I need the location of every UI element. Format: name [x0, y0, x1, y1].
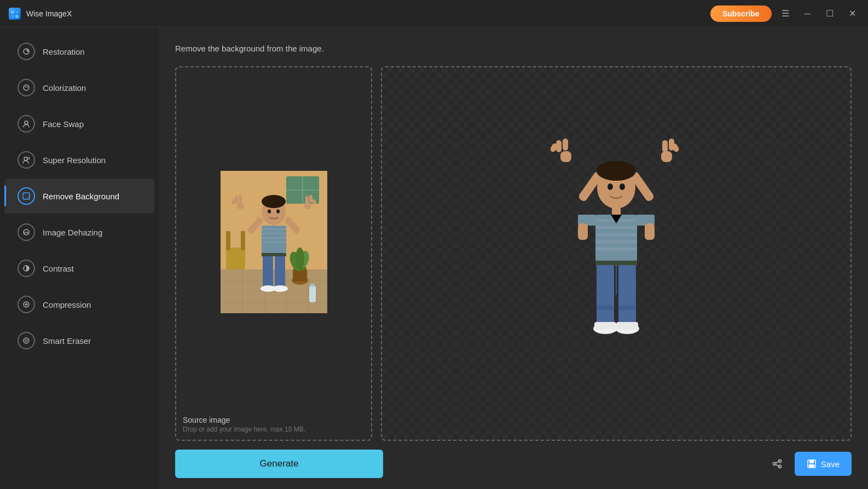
subscribe-button[interactable]: Subscribe	[710, 5, 772, 22]
svg-point-75	[597, 161, 636, 181]
svg-point-100	[778, 465, 781, 468]
sidebar-item-image-dehazing[interactable]: Image Dehazing	[4, 215, 154, 250]
svg-point-99	[778, 460, 781, 463]
super-resolution-label: Super Resolution	[43, 156, 106, 165]
source-panel[interactable]: Source image Drop or add your image here…	[175, 66, 372, 441]
svg-point-8	[27, 157, 30, 159]
content-area: Remove the background from the image.	[159, 27, 868, 489]
svg-rect-98	[616, 322, 638, 330]
svg-rect-60	[275, 255, 285, 287]
svg-point-48	[276, 210, 280, 214]
sidebar-item-remove-background[interactable]: Remove Background	[4, 179, 154, 214]
sidebar-item-compression[interactable]: Compression	[4, 287, 154, 322]
svg-point-7	[24, 157, 27, 160]
maximize-button[interactable]: ☐	[823, 7, 837, 20]
svg-rect-44	[262, 241, 286, 243]
svg-point-76	[607, 183, 613, 190]
window-controls: ☰ ─ ☐ ✕	[778, 7, 859, 20]
svg-rect-1	[15, 10, 19, 14]
svg-rect-84	[595, 248, 637, 250]
sidebar-item-face-swap[interactable]: Face Swap	[4, 106, 154, 141]
svg-rect-39	[310, 284, 315, 287]
share-button[interactable]	[766, 453, 788, 475]
sidebar-item-super-resolution[interactable]: Super Resolution	[4, 142, 154, 177]
contrast-icon	[18, 260, 35, 277]
page-description: Remove the background from the image.	[175, 44, 852, 53]
image-dehazing-icon	[18, 223, 35, 241]
svg-rect-65	[560, 151, 571, 162]
svg-rect-90	[597, 265, 614, 325]
svg-rect-87	[578, 223, 588, 240]
svg-rect-30	[226, 231, 230, 250]
svg-point-63	[273, 285, 288, 292]
svg-rect-42	[262, 233, 286, 234]
sidebar: Restoration Colorization Face Swap	[0, 27, 159, 489]
share-icon	[771, 458, 783, 470]
svg-rect-2	[11, 15, 14, 18]
minimize-button[interactable]: ─	[801, 7, 814, 20]
super-resolution-icon	[18, 151, 35, 169]
source-label: Source image Drop or add your image here…	[183, 416, 305, 433]
result-panel	[381, 66, 852, 441]
titlebar-left: Wise ImageX	[9, 8, 72, 20]
svg-rect-83	[595, 240, 637, 243]
svg-rect-31	[241, 231, 245, 250]
generate-button[interactable]: Generate	[175, 450, 383, 478]
svg-rect-43	[262, 237, 286, 239]
svg-rect-94	[618, 306, 636, 310]
svg-rect-50	[237, 203, 244, 209]
svg-rect-71	[662, 140, 668, 152]
smart-eraser-icon	[18, 332, 35, 349]
svg-rect-61	[262, 253, 286, 256]
svg-rect-88	[645, 223, 655, 240]
restoration-label: Restoration	[43, 47, 85, 56]
svg-point-47	[268, 210, 271, 214]
titlebar-right: Subscribe ☰ ─ ☐ ✕	[710, 5, 859, 22]
svg-point-16	[25, 340, 27, 342]
source-image-container	[183, 74, 364, 410]
sidebar-item-restoration[interactable]: Restoration	[4, 34, 154, 69]
svg-rect-78	[612, 206, 621, 216]
source-label-title: Source image	[183, 416, 305, 424]
svg-rect-56	[305, 196, 309, 204]
main-layout: Restoration Colorization Face Swap	[0, 27, 868, 489]
svg-rect-52	[239, 195, 242, 203]
save-label: Save	[821, 459, 840, 469]
svg-rect-41	[262, 228, 286, 230]
sidebar-item-colorization[interactable]: Colorization	[4, 70, 154, 105]
face-swap-label: Face Swap	[43, 119, 84, 129]
svg-point-77	[620, 183, 625, 190]
menu-button[interactable]: ☰	[778, 7, 792, 20]
compression-icon	[18, 296, 35, 313]
app-title: Wise ImageX	[26, 9, 72, 18]
sidebar-item-smart-eraser[interactable]: Smart Eraser	[4, 323, 154, 358]
close-button[interactable]: ✕	[846, 7, 859, 20]
svg-point-101	[773, 463, 776, 465]
remove-background-label: Remove Background	[43, 192, 119, 201]
svg-rect-103	[809, 460, 814, 463]
face-swap-icon	[18, 115, 35, 133]
svg-point-6	[25, 121, 28, 124]
titlebar: Wise ImageX Subscribe ☰ ─ ☐ ✕	[0, 0, 868, 27]
result-image	[551, 136, 682, 371]
bottom-bar: Generate Save	[175, 450, 852, 478]
save-button[interactable]: Save	[795, 452, 852, 476]
restoration-icon	[18, 43, 35, 60]
svg-rect-70	[661, 151, 672, 162]
colorization-label: Colorization	[43, 83, 86, 93]
svg-rect-59	[263, 255, 273, 287]
app-icon	[9, 8, 21, 20]
svg-rect-104	[809, 464, 814, 467]
bottom-right: Save	[766, 452, 852, 476]
svg-rect-29	[226, 248, 245, 269]
svg-point-37	[296, 248, 304, 269]
svg-rect-93	[597, 306, 614, 310]
svg-rect-3	[15, 15, 19, 18]
save-icon	[807, 459, 817, 469]
sidebar-item-contrast[interactable]: Contrast	[4, 251, 154, 286]
svg-rect-67	[563, 139, 568, 151]
svg-rect-57	[309, 195, 313, 203]
svg-rect-96	[594, 322, 616, 330]
source-image	[221, 171, 327, 313]
svg-rect-91	[618, 265, 636, 325]
